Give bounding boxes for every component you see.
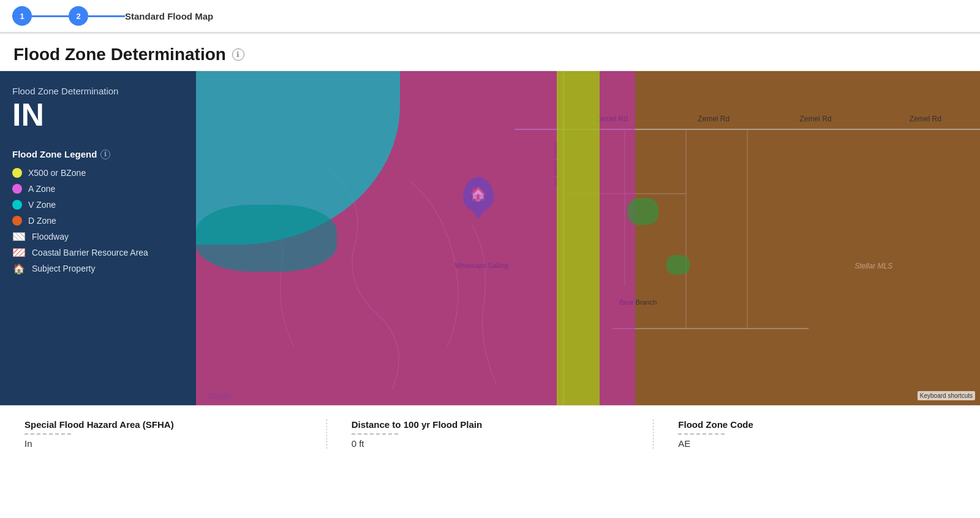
distance-divider — [352, 433, 401, 435]
step-circle-2: 2 — [69, 6, 88, 26]
dzone-color-dot — [12, 216, 22, 226]
top-bar: 1 2 Standard Flood Map — [0, 0, 980, 34]
distance-value: 0 ft — [352, 438, 629, 449]
flood-zone-code-divider — [678, 433, 727, 435]
flood-zone-code-label: Flood Zone Code — [678, 419, 956, 430]
legend-item-azone: A Zone — [12, 184, 184, 194]
vzone-label: V Zone — [28, 200, 56, 210]
green-patch-2 — [666, 255, 690, 275]
coastal-pattern-icon — [13, 248, 25, 257]
subject-label: Subject Property — [32, 264, 96, 273]
step-line-2 — [88, 15, 125, 17]
floodway-label: Floodway — [32, 232, 69, 242]
legend-item-x500: X500 or BZone — [12, 168, 184, 178]
sfha-divider — [24, 433, 74, 435]
fzd-determination-label: Flood Zone Determination — [12, 86, 184, 96]
legend-item-floodway: Floodway — [12, 232, 184, 242]
floodway-icon-box — [12, 232, 26, 242]
flood-zone-transition — [557, 71, 600, 405]
main-content: Flood Zone Determination IN Flood Zone L… — [0, 71, 980, 462]
legend-item-vzone: V Zone — [12, 200, 184, 210]
azone-label: A Zone — [28, 184, 55, 194]
step-circle-1: 1 — [12, 6, 32, 26]
stat-sfha: Special Flood Hazard Area (SFHA) In — [0, 419, 327, 449]
vzone-color-dot — [12, 200, 22, 210]
stat-distance: Distance to 100 yr Flood Plain 0 ft — [327, 419, 654, 449]
green-patch-1 — [627, 198, 658, 225]
flood-zone-code-value: AE — [678, 438, 956, 449]
distance-label: Distance to 100 yr Flood Plain — [352, 419, 629, 430]
step-line-1 — [32, 15, 69, 17]
keyboard-shortcut-watermark: Keyboard shortcuts — [918, 391, 975, 400]
stepper: 1 2 — [12, 6, 125, 26]
coastal-label: Coastal Barrier Resource Area — [32, 248, 148, 257]
subject-house-icon: 🏠 — [13, 263, 25, 275]
azone-color-dot — [12, 184, 22, 194]
info-icon[interactable]: ℹ — [232, 48, 244, 61]
page-title: Flood Zone Determination — [13, 45, 226, 64]
fzd-determination-value: IN — [12, 99, 184, 131]
floodway-pattern-icon — [13, 232, 25, 241]
subject-icon-box: 🏠 — [12, 264, 26, 273]
map-section: Flood Zone Determination IN Flood Zone L… — [0, 71, 980, 405]
standard-flood-map-label: Standard Flood Map — [125, 11, 213, 21]
x500-label: X500 or BZone — [28, 168, 86, 178]
map-area: Zemel Rd Zemel Rd Zemel Rd Zemel Rd Burn… — [196, 71, 980, 405]
map-canvas: Zemel Rd Zemel Rd Zemel Rd Zemel Rd Burn… — [196, 71, 980, 405]
stat-flood-zone-code: Flood Zone Code AE — [654, 419, 980, 449]
legend-item-dzone: D Zone — [12, 216, 184, 226]
sfha-value: In — [24, 438, 302, 449]
x500-color-dot — [12, 168, 22, 178]
flood-zone-v2-overlay — [196, 205, 337, 272]
legend-item-subject: 🏠 Subject Property — [12, 264, 184, 273]
sfha-label: Special Flood Hazard Area (SFHA) — [24, 419, 302, 430]
stats-bar: Special Flood Hazard Area (SFHA) In Dist… — [0, 405, 980, 462]
legend-info-icon[interactable]: ℹ — [100, 150, 110, 159]
legend-panel: Flood Zone Determination IN Flood Zone L… — [0, 71, 196, 405]
coastal-icon-box — [12, 248, 26, 257]
legend-title: Flood Zone Legend ℹ — [12, 149, 184, 159]
header-section: Flood Zone Determination ℹ — [0, 34, 980, 71]
legend-item-coastal: Coastal Barrier Resource Area — [12, 248, 184, 257]
dzone-label: D Zone — [28, 216, 56, 226]
legend-items: X500 or BZone A Zone V Zone D Zone — [12, 168, 184, 273]
